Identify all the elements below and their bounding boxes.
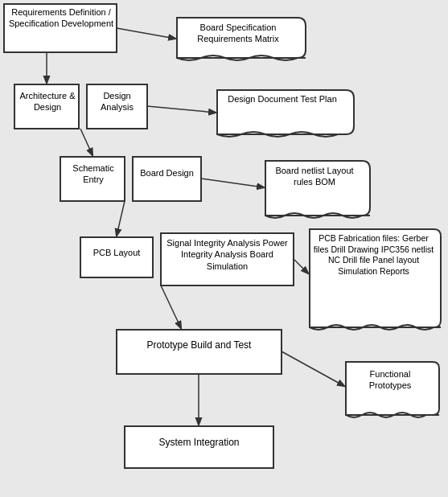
prototype-label: Prototype Build and Test (118, 339, 280, 352)
design-doc-label: Design Document Test Plan (219, 93, 346, 105)
svg-line-9 (117, 28, 175, 39)
svg-rect-4 (133, 157, 201, 201)
svg-line-15 (294, 259, 308, 273)
svg-line-16 (161, 285, 181, 328)
design-analysis-label: Design Analysis (88, 90, 146, 113)
system-int-label: System Integration (126, 437, 272, 450)
req-def-label: Requirements Definition / Specification … (6, 6, 116, 30)
functional-label: Functional Prototypes (347, 368, 433, 392)
board-design-label: Board Design (134, 167, 199, 179)
schematic-label: Schematic Entry (62, 162, 125, 186)
svg-line-17 (282, 351, 344, 386)
svg-line-14 (117, 201, 125, 236)
board-netlist-label: Board netlist Layout rules BOM (267, 165, 362, 188)
svg-line-12 (80, 129, 92, 155)
diagram: Requirements Definition / Specification … (0, 0, 448, 497)
pcb-layout-label: PCB Layout (82, 247, 151, 258)
svg-line-11 (147, 106, 216, 113)
svg-line-13 (201, 179, 264, 187)
arch-design-label: Architecture & Design (16, 90, 79, 113)
signal-integrity-label: Signal Integrity Analysis Power Integrit… (162, 237, 292, 272)
pcb-fab-label: PCB Fabrication files: Gerber files Dril… (311, 233, 436, 277)
board-spec-label: Board Specification Requirements Matrix (179, 22, 298, 45)
